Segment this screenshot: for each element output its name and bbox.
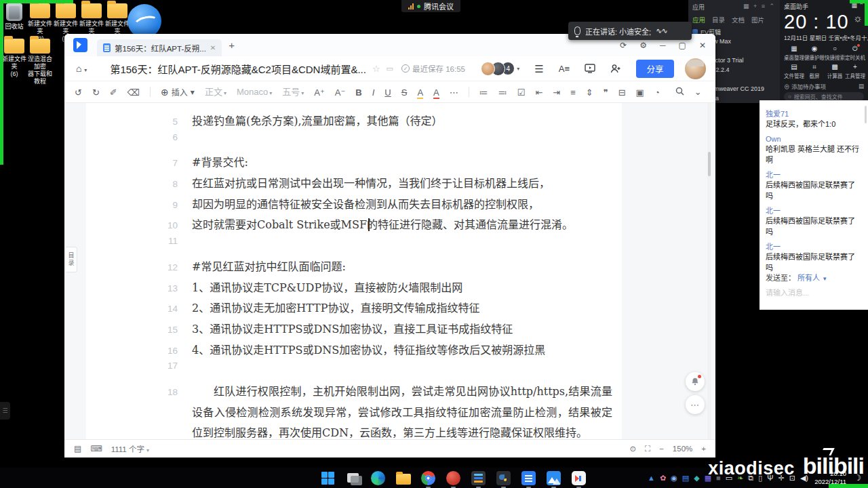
image-icon[interactable]: ▣ [636,87,644,98]
send-to-row[interactable]: 发送至： 所有人 ▼ [766,272,827,283]
desktop-icon[interactable]: 新建文件夹 (6) [1,39,27,85]
new-tab-button[interactable]: + [229,39,235,51]
minimize-button[interactable]: ─ [660,41,666,50]
meeting-app-icon[interactable] [127,4,161,38]
document-area[interactable]: 5投递钓鱼篇(免杀方案),流量加密篇，其他篇（待定）67#背景交代:8在红蓝对抗… [64,103,715,439]
task-view-button[interactable] [345,470,361,486]
font-bigger-icon[interactable]: A⁺ [314,87,325,98]
close-button[interactable]: ✕ [699,41,706,50]
zoom-level[interactable]: 150% [673,445,692,453]
present-icon[interactable] [585,64,595,73]
gear-icon[interactable]: ⚙ [639,41,647,50]
zoom-in-button[interactable]: + [701,445,706,453]
align-icon[interactable]: ≡ [570,87,576,98]
document-tab[interactable]: 第156天：红队APT-反朔... ✕ [97,39,222,56]
wps-logo-icon[interactable] [73,38,87,52]
zoom-out-button[interactable]: − [659,445,664,453]
app-panel-tab[interactable]: 应用 [692,15,705,24]
insert-button[interactable]: ⊕插入▾ [161,86,195,98]
more-icon[interactable]: ⋯ [450,87,458,98]
red-app-icon[interactable] [446,470,461,486]
style-select[interactable]: 正文▾ [205,87,226,96]
todo-add-row[interactable]: ⊕ 添加待办事项 ▤ [784,82,864,90]
assistant-shortcut[interactable]: ⏻定时关机 [845,45,865,61]
clear-format-icon[interactable]: ⌫ [127,87,140,98]
collaborators[interactable]: 4 ▾ [485,62,519,76]
send-to-value[interactable]: 所有人 [797,274,820,282]
assistant-shortcut[interactable]: ○快捷搜索 [825,45,845,61]
sync-icon[interactable]: ⟳ [620,41,627,50]
line-spacing-icon[interactable]: ⇕ [586,87,593,98]
app-panel-tab[interactable]: 目录 [712,15,725,24]
redo-icon[interactable]: ↻ [92,87,100,98]
history-icon[interactable]: ◔ [654,87,660,98]
start-button[interactable] [320,470,336,486]
undo-icon[interactable]: ↺ [75,87,82,98]
side-handle-widget[interactable]: ☰ [0,402,10,420]
assistant-shortcut[interactable]: ▤文件管理 [784,63,804,79]
highlight-icon[interactable]: A [417,87,423,98]
fullscreen-icon[interactable]: ⛶ [645,445,650,453]
menu-icon[interactable]: ☰ [534,64,543,74]
outline-tab[interactable]: 目录 [66,247,77,272]
quote-icon[interactable]: ❞ [604,87,608,98]
docs-tray-icon[interactable]: ▤ [682,474,689,482]
chrome-icon[interactable] [420,470,436,486]
font-size-select[interactable]: 五号▾ [282,87,304,96]
notification-bell-button[interactable] [686,372,705,391]
home-menu-button[interactable]: ⌂ ▾ [76,63,87,74]
circle-tray-icon[interactable]: ◉ [671,474,677,482]
assistant-shortcut[interactable]: +工具管理 [845,63,865,79]
star-icon[interactable]: ☆ [372,64,380,74]
collapse-toolbar-icon[interactable]: ⌄ [694,87,702,96]
font-smaller-icon[interactable]: A⁻ [335,87,346,98]
doc-scrollbar-thumb[interactable] [708,152,711,176]
app-panel-tab[interactable]: 文档 [732,15,745,24]
font-color-icon[interactable]: A [433,87,439,98]
maximize-button[interactable]: ▢ [679,41,686,50]
indent-increase-icon[interactable]: ⇥ [553,87,560,98]
assistant-shortcut-grid[interactable]: ▦桌面整理◉健康护眼○快捷搜索⏻定时关机▤文件管理⌗截屏▩计算器+工具管理 [784,45,864,79]
assistant-shortcut[interactable]: ⌗截屏 [804,63,825,79]
more-options-button[interactable]: ⋯ [686,395,705,414]
python-console-icon[interactable] [496,470,511,486]
doc-scrollbar[interactable] [707,103,711,439]
numbered-list-icon[interactable]: ≕ [498,87,507,98]
share-button[interactable]: 分享 [636,60,674,78]
text-settings-icon[interactable]: A≡ [559,64,570,73]
play-mode-icon[interactable]: ⊙ [629,444,636,453]
user-avatar[interactable] [685,58,706,79]
bold-icon[interactable]: B [355,87,361,98]
underline-icon[interactable]: U [384,87,391,98]
page-icon[interactable]: ▤ [74,444,81,453]
format-painter-icon[interactable]: ✐ [110,87,117,98]
italic-icon[interactable]: I [372,87,375,98]
vmware-icon[interactable] [471,470,486,486]
app-panel-tab[interactable]: 图片 [751,15,764,24]
font-select[interactable]: Monaco▾ [237,87,272,96]
strikethrough-icon[interactable]: S [401,87,408,98]
file-explorer-icon[interactable] [395,470,411,486]
chat-input[interactable]: 请输入消息... [766,287,809,298]
word-count[interactable]: 1111 个字 ▾ [111,443,149,454]
desktop-icon[interactable]: 涅造混合加密 器下载和教程 [27,39,53,85]
assistant-shortcut[interactable]: ▩计算器 [825,63,845,79]
shield-tray-icon[interactable]: ◆ [694,474,699,482]
divider-icon[interactable]: ⊟ [618,87,626,98]
cloud-app-icon[interactable] [546,470,561,486]
remote-app-icon[interactable] [571,470,587,486]
tab-close-icon[interactable]: ✕ [210,44,216,52]
app-panel-header-icons[interactable]: ▦ + ≡ ⌃ [743,3,776,12]
history-doc-icon[interactable]: ▭ [387,64,393,73]
add-person-icon[interactable] [610,64,621,73]
app-panel-tabs[interactable]: 应用目录文档图片 [692,15,776,24]
indent-decrease-icon[interactable]: ⇤ [535,87,542,98]
assistant-shortcut[interactable]: ◉健康护眼 [804,45,825,61]
bullet-list-icon[interactable]: ≔ [479,87,488,98]
chat-scrollbar[interactable] [865,106,867,123]
weather-sun-icon[interactable]: ☼ [853,12,863,24]
meeting-status-bar[interactable]: 腾讯会议 [401,0,460,12]
find-icon[interactable] [675,87,684,97]
flower-tray-icon[interactable]: ✿ [660,474,666,482]
todo-list-icon[interactable]: ▤ [859,83,864,89]
